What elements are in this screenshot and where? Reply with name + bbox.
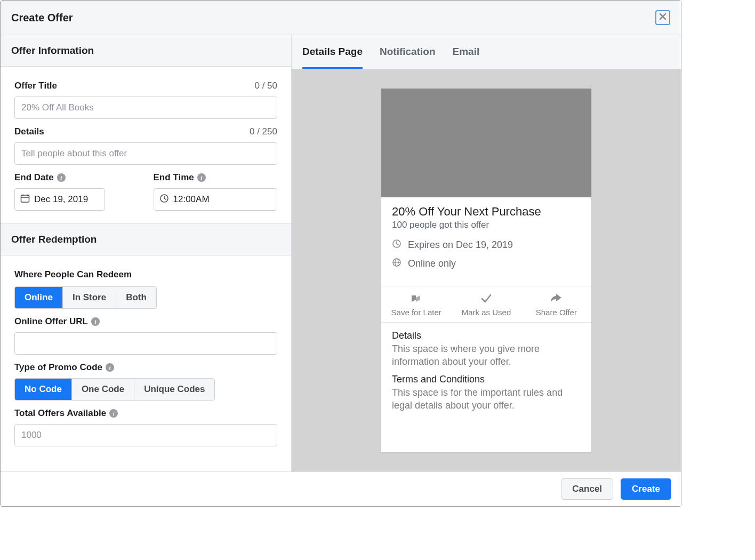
form-pane: Offer Information Offer Title 0 / 50 Det… [1, 35, 292, 471]
preview-terms-text: This space is for the important rules an… [392, 386, 581, 412]
tab-details-page[interactable]: Details Page [302, 35, 363, 69]
promo-option-none[interactable]: No Code [15, 379, 72, 400]
preview-pane: Details Page Notification Email 20% Off … [292, 35, 681, 471]
promo-option-one[interactable]: One Code [72, 379, 134, 400]
details-label: Details [14, 126, 44, 137]
clock-icon [392, 239, 401, 251]
details-counter: 0 / 250 [250, 126, 277, 137]
preview-location: Online only [408, 258, 456, 269]
mark-as-used-button[interactable]: Mark as Used [451, 286, 521, 322]
where-option-both[interactable]: Both [116, 287, 156, 308]
check-icon [479, 292, 493, 306]
offer-redemption-heading: Offer Redemption [1, 223, 291, 255]
preview-terms-heading: Terms and Conditions [392, 374, 581, 385]
end-date-label: End Date [14, 172, 54, 183]
online-url-input[interactable] [14, 332, 277, 355]
preview-image-placeholder [381, 89, 591, 197]
details-input[interactable] [14, 142, 277, 165]
info-icon[interactable]: i [106, 363, 114, 372]
total-offers-label: Total Offers Available [14, 408, 106, 419]
svg-rect-0 [21, 195, 29, 202]
offer-title-label: Offer Title [14, 81, 57, 91]
where-option-instore[interactable]: In Store [63, 287, 116, 308]
total-offers-input[interactable] [14, 424, 277, 446]
where-option-online[interactable]: Online [15, 287, 63, 308]
share-icon [549, 292, 563, 306]
modal-header: Create Offer [1, 1, 681, 35]
tab-notification[interactable]: Notification [380, 35, 436, 69]
online-url-label: Online Offer URL [14, 316, 88, 327]
promo-type-label: Type of Promo Code [14, 362, 102, 373]
end-time-picker[interactable]: 12:00AM [154, 188, 277, 211]
save-for-later-button[interactable]: Save for Later [381, 286, 451, 322]
preview-offer-title: 20% Off Your Next Purchase [392, 205, 581, 219]
share-label: Share Offer [521, 308, 591, 317]
info-icon[interactable]: i [91, 317, 100, 326]
end-date-picker[interactable]: Dec 19, 2019 [14, 188, 105, 211]
preview-expires: Expires on Dec 19, 2019 [408, 239, 513, 251]
info-icon[interactable]: i [109, 409, 118, 418]
create-offer-modal: Create Offer Offer Information Offer Tit… [0, 0, 681, 507]
offer-information-heading: Offer Information [1, 35, 291, 67]
save-label: Save for Later [381, 308, 451, 317]
share-offer-button[interactable]: Share Offer [521, 286, 591, 322]
offer-title-counter: 0 / 50 [254, 81, 277, 91]
modal-footer: Cancel Create [1, 471, 681, 506]
offer-title-input[interactable] [14, 97, 277, 119]
clock-icon [159, 194, 169, 206]
where-redeem-label: Where People Can Redeem [14, 269, 277, 280]
close-icon [658, 12, 667, 23]
end-date-value: Dec 19, 2019 [34, 194, 88, 205]
preview-offer-sub: 100 people got this offer [392, 220, 581, 230]
promo-type-group: No Code One Code Unique Codes [14, 378, 215, 401]
create-button[interactable]: Create [621, 478, 671, 500]
globe-icon [392, 258, 401, 270]
calendar-icon [20, 194, 30, 206]
where-redeem-group: Online In Store Both [14, 286, 157, 309]
close-button[interactable] [655, 10, 670, 25]
info-icon[interactable]: i [197, 173, 206, 182]
tab-email[interactable]: Email [453, 35, 480, 69]
cancel-button[interactable]: Cancel [561, 478, 613, 500]
end-time-value: 12:00AM [173, 194, 210, 205]
bookmark-icon [409, 292, 423, 306]
modal-title: Create Offer [11, 12, 73, 24]
preview-card: 20% Off Your Next Purchase 100 people go… [381, 89, 591, 452]
end-time-label: End Time [154, 172, 194, 183]
info-icon[interactable]: i [57, 173, 66, 182]
promo-option-unique[interactable]: Unique Codes [134, 379, 214, 400]
preview-tabs: Details Page Notification Email [292, 35, 681, 69]
preview-details-heading: Details [392, 330, 581, 341]
mark-label: Mark as Used [451, 308, 521, 317]
preview-details-text: This space is where you give more inform… [392, 342, 581, 369]
